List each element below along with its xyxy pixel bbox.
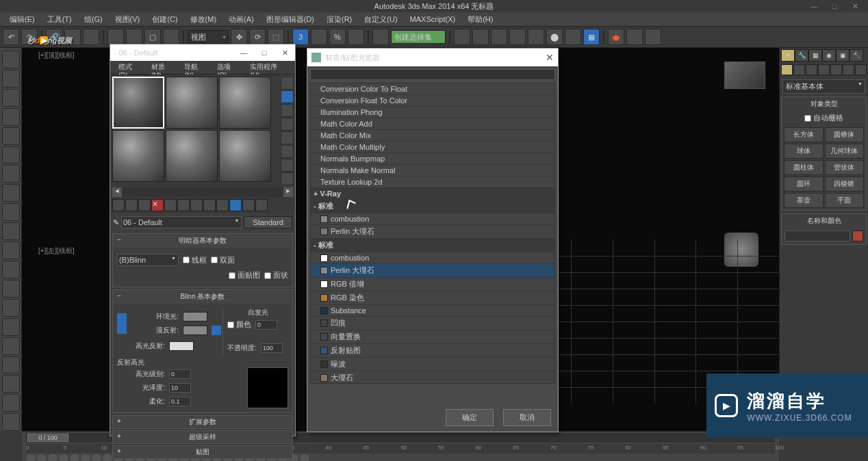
cameras-subtab[interactable] <box>818 64 830 75</box>
me-side-7[interactable] <box>281 159 294 172</box>
lock-ambient-icon[interactable] <box>117 313 127 334</box>
browser-item[interactable]: + V-Ray <box>311 188 554 200</box>
mt-11[interactable] <box>242 199 255 211</box>
mt-10[interactable] <box>229 199 242 211</box>
browser-search-field[interactable] <box>310 69 555 80</box>
cone-button[interactable]: 圆锥体 <box>825 127 865 142</box>
me-menu-nav[interactable]: 导航(N) <box>180 61 212 74</box>
browser-item[interactable]: 凹痕 <box>311 317 554 330</box>
me-side-6[interactable] <box>281 145 294 158</box>
sample-slot-2[interactable] <box>166 77 218 129</box>
browser-item[interactable]: Conversion Color To Float <box>311 83 554 95</box>
browser-titlebar[interactable]: 材质/贴图浏览器 ✕ <box>307 49 558 66</box>
modify-tab[interactable]: 🔧 <box>795 49 808 62</box>
space-subtab[interactable] <box>843 64 854 75</box>
ambient-swatch[interactable] <box>183 312 207 321</box>
lb-4[interactable] <box>2 108 20 126</box>
mt-5[interactable] <box>164 199 177 211</box>
facemap-checkbox[interactable] <box>229 272 235 279</box>
create-tab[interactable]: ✦ <box>781 49 795 62</box>
maximize-button[interactable]: □ <box>824 0 845 12</box>
systems-subtab[interactable] <box>855 64 867 75</box>
me-close[interactable]: ✕ <box>275 44 295 61</box>
filter-button[interactable] <box>163 29 179 45</box>
mt-7[interactable] <box>190 199 203 211</box>
me-menu-material[interactable]: 材质(M) <box>147 61 179 74</box>
undo-button[interactable]: ↶ <box>3 29 19 45</box>
tb-sphere[interactable] <box>59 454 68 461</box>
sphere-button[interactable]: 球体 <box>784 144 824 159</box>
blinn-params-header[interactable]: Blinn 基本参数 <box>113 290 292 304</box>
browser-item[interactable]: 噪波 <box>311 358 554 371</box>
browser-item[interactable]: Normals Make Normal <box>311 165 554 176</box>
tb-sphere[interactable] <box>92 454 101 461</box>
tube-button[interactable]: 管状体 <box>825 160 865 175</box>
render-frame-button[interactable]: ▦ <box>583 29 600 45</box>
browser-item[interactable]: - 标准 <box>311 239 554 252</box>
mt-4[interactable]: ✕ <box>151 199 164 211</box>
selfillum-checkbox[interactable] <box>227 321 234 328</box>
sample-slot-6[interactable] <box>219 130 271 182</box>
me-menu-options[interactable]: 选项(O) <box>213 61 244 74</box>
maps-rollup[interactable]: 贴图 <box>112 445 293 459</box>
box-button[interactable]: 长方体 <box>784 127 824 142</box>
eyedropper-icon[interactable]: ✎ <box>113 218 119 227</box>
extended-params-rollup[interactable]: 扩展参数 <box>112 415 293 429</box>
me-minimize[interactable]: — <box>233 44 254 61</box>
menu-modifiers[interactable]: 修改(M) <box>185 13 222 26</box>
tb-sphere[interactable] <box>26 454 36 461</box>
time-marker[interactable]: 0 / 100 <box>27 434 68 442</box>
scroll-right[interactable]: ► <box>283 187 293 197</box>
menu-rendering[interactable]: 渲染(R) <box>321 13 357 26</box>
menu-create[interactable]: 创建(C) <box>146 13 183 26</box>
browser-item[interactable]: Math Color Multiply <box>311 142 554 153</box>
curve-editor-button[interactable] <box>509 29 526 45</box>
2sided-checkbox[interactable] <box>211 256 218 263</box>
menu-animation[interactable]: 动画(A) <box>223 13 259 26</box>
mt-2[interactable] <box>125 199 138 211</box>
lb-9[interactable] <box>2 203 20 221</box>
shapes-subtab[interactable] <box>793 64 805 75</box>
browser-item[interactable]: 反射贴图 <box>311 344 554 358</box>
diffuse-map-icon[interactable] <box>212 326 221 335</box>
display-tab[interactable]: ▣ <box>836 49 850 62</box>
lb-10[interactable] <box>2 222 20 240</box>
menu-edit[interactable]: 编辑(E) <box>4 13 40 26</box>
snap-button[interactable]: 3 <box>292 29 309 45</box>
browser-item[interactable]: RGB 倍增 <box>311 278 554 291</box>
browser-close-button[interactable]: ✕ <box>546 52 554 63</box>
mt-1[interactable] <box>112 199 125 211</box>
browser-item[interactable]: Math Color Add <box>311 118 554 130</box>
spinner-snap-button[interactable] <box>348 29 364 45</box>
shader-dropdown[interactable]: (B)Blinn▼ <box>117 254 179 266</box>
material-name-field[interactable]: 06 - Default <box>121 216 242 228</box>
close-button[interactable]: ✕ <box>845 0 865 12</box>
angle-snap-button[interactable] <box>311 29 327 45</box>
object-name-field[interactable] <box>784 230 850 241</box>
mirror-button[interactable] <box>454 29 470 45</box>
me-side-5[interactable] <box>281 131 294 144</box>
object-color-swatch[interactable] <box>852 230 863 241</box>
speclevel-spinner[interactable]: 0 <box>169 369 191 379</box>
torus-button[interactable]: 圆环 <box>784 176 824 192</box>
tb-sphere[interactable] <box>103 454 112 461</box>
browser-item[interactable]: combustion <box>311 213 554 225</box>
render-button[interactable]: 🫖 <box>608 29 624 45</box>
specular-swatch[interactable] <box>169 341 194 351</box>
browser-item[interactable]: 大理石 <box>311 371 554 384</box>
menu-group[interactable]: 组(G) <box>79 13 108 26</box>
lb-13[interactable] <box>2 280 20 298</box>
me-side-4[interactable] <box>281 118 294 131</box>
browser-item[interactable]: Illumination Phong <box>311 107 554 118</box>
minimize-button[interactable]: — <box>804 0 824 12</box>
geom-subtab[interactable] <box>781 64 793 75</box>
me-side-8[interactable] <box>281 172 294 185</box>
named-sel-button[interactable] <box>372 29 389 45</box>
lb-11[interactable] <box>2 241 20 259</box>
material-type-button[interactable]: Standard <box>244 216 292 228</box>
percent-snap-button[interactable]: % <box>329 29 346 45</box>
geosphere-button[interactable]: 几何球体 <box>825 144 865 159</box>
cylinder-button[interactable]: 圆柱体 <box>784 160 824 175</box>
primitive-type-dropdown[interactable]: 标准基本体 <box>782 79 865 94</box>
menu-customize[interactable]: 自定义(U) <box>359 13 403 26</box>
